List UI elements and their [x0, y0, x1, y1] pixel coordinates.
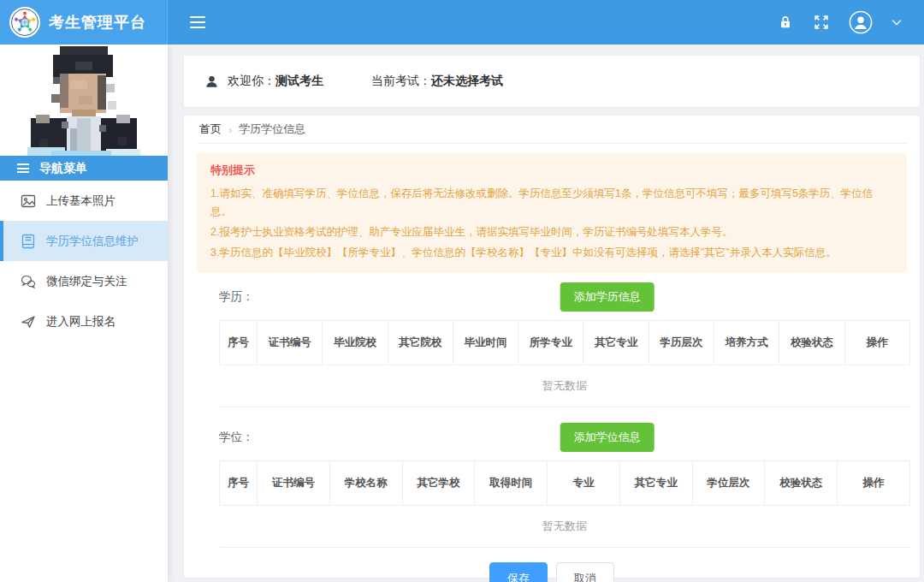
column-header: 取得时间 [475, 461, 548, 506]
user-avatar-icon[interactable] [849, 10, 873, 34]
column-header: 校验状态 [765, 461, 838, 506]
column-header: 学校名称 [329, 461, 402, 506]
education-empty-text: 暂无数据 [220, 365, 910, 407]
image-icon [21, 193, 36, 209]
save-button[interactable]: 保存 [489, 562, 548, 582]
education-table: 序号 证书编号 毕业院校 其它院校 毕业时间 所学专业 其它专业 学历层次 培养… [219, 320, 910, 407]
main-content: 欢迎你：测试考生 当前考试：还未选择考试 首页 › 学历学位信息 特别提示 1.… [168, 45, 924, 582]
topbar-actions [777, 10, 924, 34]
degree-empty-row: 暂无数据 [220, 506, 910, 548]
current-exam-label: 当前考试： [371, 74, 431, 89]
education-empty-row: 暂无数据 [220, 365, 910, 407]
degree-empty-text: 暂无数据 [220, 506, 910, 548]
send-icon [21, 314, 36, 330]
book-icon [21, 234, 36, 249]
column-header: 学历层次 [649, 321, 714, 365]
nav-menu-header: 导航菜单 [0, 156, 168, 181]
person-icon [204, 74, 219, 89]
sidebar-item-upload-photo[interactable]: 上传基本照片 [0, 181, 168, 221]
notice-line-3: 3.学历信息的【毕业院校】【所学专业】、学位信息的【学校名称】【专业】中如没有可… [210, 244, 893, 262]
column-header: 其它专业 [583, 321, 649, 365]
degree-table-header-row: 序号 证书编号 学校名称 其它学校 取得时间 专业 其它专业 学位层次 校验状态… [220, 461, 910, 506]
sidebar-item-education-info[interactable]: 学历学位信息维护 [0, 221, 168, 261]
column-header: 校验状态 [779, 321, 844, 365]
column-header: 序号 [220, 321, 258, 365]
column-header: 专业 [548, 461, 620, 506]
add-degree-button[interactable]: 添加学位信息 [560, 423, 654, 452]
sidebar-item-label: 微信绑定与关注 [46, 274, 127, 289]
menu-bars-icon [17, 163, 29, 173]
notice-title: 特别提示 [210, 163, 893, 178]
form-actions: 保存 取消 [197, 562, 907, 582]
candidate-photo [0, 45, 168, 156]
special-notice-box: 特别提示 1.请如实、准确填写学历、学位信息，保存后将无法修改或删除。学历信息至… [197, 153, 907, 273]
lock-icon[interactable] [777, 14, 794, 31]
column-header: 学位层次 [692, 461, 765, 506]
nav-menu-title: 导航菜单 [39, 161, 87, 176]
column-header: 毕业时间 [453, 321, 518, 365]
sidebar-item-online-registration[interactable]: 进入网上报名 [0, 301, 168, 341]
column-header: 其它学校 [402, 461, 475, 506]
wechat-icon [21, 274, 36, 289]
column-header: 其它院校 [388, 321, 453, 365]
sidebar: 导航菜单 上传基本照片 学历学位信息维护 [0, 45, 168, 582]
app-title: 考生管理平台 [49, 12, 146, 33]
degree-table: 序号 证书编号 学校名称 其它学校 取得时间 专业 其它专业 学位层次 校验状态… [219, 460, 910, 548]
column-header: 证书编号 [258, 321, 323, 365]
sidebar-item-label: 上传基本照片 [46, 193, 116, 209]
cancel-button[interactable]: 取消 [556, 562, 614, 582]
breadcrumb-separator-icon: › [228, 123, 232, 136]
education-table-header-row: 序号 证书编号 毕业院校 其它院校 毕业时间 所学专业 其它专业 学历层次 培养… [220, 321, 910, 365]
education-degree-panel: 首页 › 学历学位信息 特别提示 1.请如实、准确填写学历、学位信息，保存后将无… [184, 116, 920, 578]
breadcrumb: 首页 › 学历学位信息 [197, 116, 907, 144]
column-header: 其它专业 [619, 461, 692, 506]
breadcrumb-current: 学历学位信息 [239, 122, 305, 137]
column-header: 序号 [220, 461, 258, 506]
education-section-header: 学历： 添加学历信息 [219, 282, 907, 312]
degree-section-header: 学位： 添加学位信息 [219, 423, 907, 452]
greeting-label: 欢迎你： [228, 74, 275, 89]
column-header: 毕业院校 [323, 321, 388, 365]
fullscreen-icon[interactable] [813, 14, 830, 31]
breadcrumb-home[interactable]: 首页 [199, 122, 222, 137]
current-exam-value: 还未选择考试 [431, 74, 503, 89]
column-header: 培养方式 [714, 321, 779, 365]
brand-area: 考生管理平台 [0, 0, 168, 45]
column-header: 操作 [844, 321, 909, 365]
column-header: 所学专业 [518, 321, 583, 365]
sidebar-item-wechat-binding[interactable]: 微信绑定与关注 [0, 261, 168, 301]
candidate-name: 测试考生 [275, 74, 323, 89]
education-label: 学历： [219, 289, 254, 305]
sidebar-item-label: 学历学位信息维护 [46, 234, 139, 249]
app-logo-icon [9, 6, 41, 39]
notice-line-1: 1.请如实、准确填写学历、学位信息，保存后将无法修改或删除。学历信息至少须填写1… [210, 185, 893, 221]
welcome-bar: 欢迎你：测试考生 当前考试：还未选择考试 [184, 56, 920, 107]
top-header: 考生管理平台 [0, 0, 924, 45]
degree-label: 学位： [219, 430, 254, 445]
notice-line-2: 2.报考护士执业资格考试的护理、助产专业应届毕业生，请据实填写毕业时间，学历证书… [210, 223, 893, 241]
chevron-down-icon[interactable] [891, 19, 902, 26]
sidebar-item-label: 进入网上报名 [46, 314, 116, 330]
column-header: 证书编号 [258, 461, 330, 506]
collapse-menu-icon[interactable] [185, 11, 210, 34]
add-education-button[interactable]: 添加学历信息 [560, 282, 654, 312]
column-header: 操作 [838, 461, 910, 506]
